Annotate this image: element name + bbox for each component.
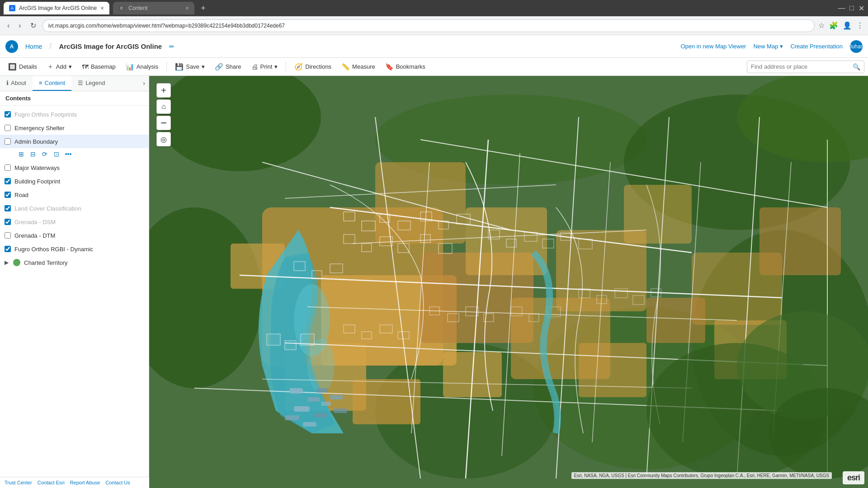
add-button[interactable]: ＋ Add ▾ [42, 60, 76, 74]
layer-tool-legend-icon[interactable]: ⊡ [52, 149, 61, 159]
close-window-icon[interactable]: ✕ [859, 4, 864, 13]
directions-button[interactable]: 🧭 Directions [290, 60, 336, 74]
toolbar-left-group: 🔲 Details ＋ Add ▾ 🗺 Basemap 📊 Analysis [4, 60, 163, 74]
layer-item-admin-boundary[interactable]: Admin Boundary [0, 135, 149, 148]
layer-checkbox-grenada-dtm[interactable] [5, 232, 11, 239]
home-link[interactable]: Home [25, 43, 42, 50]
layer-item-grenada-dsm[interactable]: Grenada - DSM [0, 215, 149, 229]
map-area[interactable]: + ⌂ − ◎ Esri, NASA, NGA, USGS | Esri Com… [149, 76, 868, 488]
layer-name-emergency-shelter: Emergency Shelter [14, 125, 145, 131]
home-extent-button[interactable]: ⌂ [156, 99, 171, 114]
basemap-button[interactable]: 🗺 Basemap [77, 60, 120, 74]
browser-tab-arcgis[interactable]: A ArcGIS Image for ArcGIS Online × [4, 2, 109, 14]
contact-us-link[interactable]: Contact Us [105, 480, 130, 485]
back-button[interactable]: ‹ [5, 20, 12, 32]
layer-checkbox-fugro-rgb[interactable] [5, 246, 11, 252]
layer-checkbox-major-waterways[interactable] [5, 164, 11, 171]
sidebar-collapse-button[interactable]: › [139, 76, 149, 91]
refresh-button[interactable]: ↻ [28, 19, 39, 32]
map-controls: + ⌂ − ◎ [156, 83, 171, 146]
layer-item-road[interactable]: Road [0, 188, 149, 202]
measure-icon: 📏 [341, 63, 350, 71]
sidebar: ℹ About ≡ Content ☰ Legend › Contents Fu… [0, 76, 149, 488]
charted-territory-icon [13, 259, 20, 266]
edit-title-icon[interactable]: ✏ [169, 43, 175, 50]
layer-tool-zoom-icon[interactable]: ⊞ [16, 149, 26, 159]
layer-checkbox-fugro-footprints[interactable] [5, 111, 11, 117]
tab-about[interactable]: ℹ About [0, 76, 33, 91]
settings-icon[interactable]: ⋮ [856, 21, 863, 30]
header-right-actions: Open in new Map Viewer New Map ▾ Create … [680, 40, 863, 53]
report-abuse-link[interactable]: Report Abuse [70, 480, 100, 485]
tab-close-arcgis[interactable]: × [100, 5, 104, 12]
print-button[interactable]: 🖨 Print ▾ [247, 60, 283, 74]
layer-checkbox-building-footprint[interactable] [5, 178, 11, 184]
analysis-button[interactable]: 📊 Analysis [121, 60, 163, 74]
address-input[interactable] [42, 19, 815, 32]
bookmarks-button[interactable]: 🔖 Bookmarks [381, 60, 430, 74]
browser-tab-content[interactable]: C Content × [113, 2, 194, 14]
tab-favicon-arcgis: A [9, 5, 15, 11]
app-logo: A [5, 40, 18, 53]
add-label: Add [56, 63, 66, 70]
save-button[interactable]: 💾 Save ▾ [170, 60, 209, 74]
layer-item-fugro-rgb[interactable]: Fugro Orthos RGBI - Dynamic [0, 242, 149, 256]
share-button[interactable]: 🔗 Share [210, 60, 246, 74]
forward-button[interactable]: › [16, 20, 24, 32]
address-bar-row: ‹ › ↻ ☆ 🧩 👤 ⋮ [0, 16, 868, 35]
layer-name-charted-territory: Charted Territory [24, 259, 145, 266]
minimize-icon[interactable]: — [838, 4, 845, 13]
about-label: About [11, 80, 26, 86]
layer-checkbox-road[interactable] [5, 192, 11, 198]
charted-territory-expand-icon[interactable]: ▶ [5, 259, 9, 266]
layer-tool-more-icon[interactable]: ••• [63, 149, 73, 159]
zoom-in-button[interactable]: + [156, 83, 171, 98]
admin-boundary-toolbar: ⊞ ⊟ ⟳ ⊡ ••• [0, 148, 149, 161]
layer-checkbox-emergency-shelter[interactable] [5, 125, 11, 131]
legend-label: Legend [85, 80, 105, 86]
layer-name-fugro-rgb: Fugro Orthos RGBI - Dynamic [14, 246, 145, 253]
restore-icon[interactable]: □ [849, 4, 854, 13]
layer-checkbox-grenada-dsm[interactable] [5, 219, 11, 225]
map-search-input[interactable] [751, 63, 850, 70]
toolbar-divider-2 [286, 61, 286, 72]
layer-item-fugro-footprints[interactable]: Fugro Orthos Footprints [0, 108, 149, 121]
trust-center-link[interactable]: Trust Center [5, 480, 32, 485]
map-search-box[interactable]: 🔍 [747, 61, 864, 73]
layer-item-major-waterways[interactable]: Major Waterways [0, 161, 149, 174]
map-search-icon[interactable]: 🔍 [853, 63, 860, 70]
svg-rect-25 [579, 343, 646, 397]
layer-item-emergency-shelter[interactable]: Emergency Shelter [0, 121, 149, 135]
bookmark-star-icon[interactable]: ☆ [818, 21, 825, 30]
map-attribution: Esri, NASA, NGA, USGS | Esri Community M… [571, 472, 832, 479]
svg-rect-92 [314, 413, 327, 418]
open-new-viewer-link[interactable]: Open in new Map Viewer [680, 43, 746, 50]
print-icon: 🖨 [251, 63, 258, 70]
profile-icon[interactable]: 👤 [843, 21, 852, 30]
main-layout: ℹ About ≡ Content ☰ Legend › Contents Fu… [0, 76, 868, 488]
locate-button[interactable]: ◎ [156, 132, 171, 146]
create-presentation-link[interactable]: Create Presentation [790, 43, 843, 50]
toolbar-divider-1 [166, 61, 167, 72]
new-map-button[interactable]: New Map ▾ [753, 43, 783, 50]
measure-button[interactable]: 📏 Measure [337, 60, 380, 74]
zoom-out-button[interactable]: − [156, 116, 171, 130]
layer-checkbox-admin-boundary[interactable] [5, 138, 11, 145]
new-tab-button[interactable]: + [198, 4, 208, 13]
tab-content[interactable]: ≡ Content [33, 76, 71, 91]
layer-tool-refresh-icon[interactable]: ⟳ [40, 149, 50, 159]
layer-checkbox-land-cover[interactable] [5, 205, 11, 211]
layer-item-grenada-dtm[interactable]: Grenada - DTM [0, 229, 149, 242]
user-avatar-button[interactable]: Juhan [850, 40, 863, 53]
extensions-icon[interactable]: 🧩 [829, 21, 838, 30]
tab-legend[interactable]: ☰ Legend [71, 76, 111, 91]
contact-esri-link[interactable]: Contact Esri [38, 480, 65, 485]
tab-close-content[interactable]: × [185, 5, 189, 12]
details-button[interactable]: 🔲 Details [4, 60, 42, 74]
layer-item-charted-territory[interactable]: ▶ Charted Territory [0, 256, 149, 269]
layer-tool-table-icon[interactable]: ⊟ [28, 149, 38, 159]
layer-item-land-cover[interactable]: Land Cover Classification [0, 202, 149, 215]
layer-item-building-footprint[interactable]: Building Footprint [0, 174, 149, 188]
directions-icon: 🧭 [294, 63, 303, 71]
map-svg [149, 76, 868, 488]
